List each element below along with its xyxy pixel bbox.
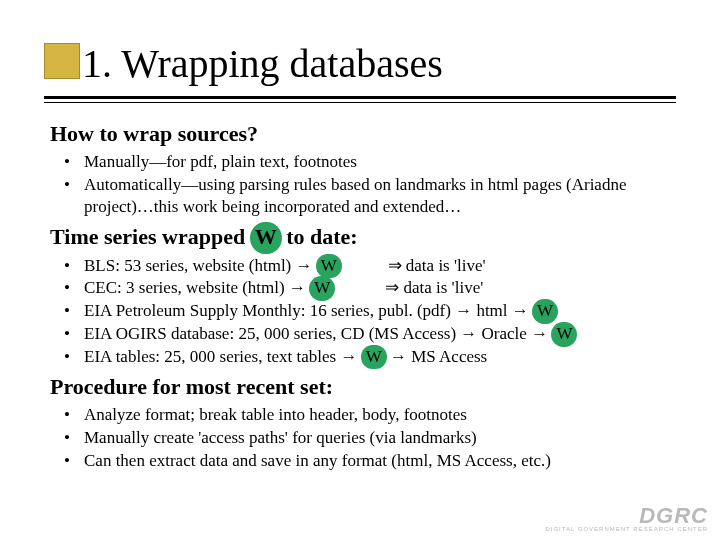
arrow-icon: → (340, 347, 357, 366)
heading-text: Time series wrapped (50, 224, 245, 249)
arrow-icon: → (531, 324, 548, 343)
list-item: BLS: 53 series, website (html) → W ⇒ dat… (84, 255, 682, 277)
double-arrow-icon: ⇒ (385, 278, 399, 297)
section-heading-howto: How to wrap sources? (50, 120, 682, 148)
arrow-icon: → (455, 301, 472, 320)
list-item: Can then extract data and save in any fo… (84, 450, 682, 472)
list-item: EIA OGIRS database: 25, 000 series, CD (… (84, 323, 682, 345)
logo-sub: DIGITAL GOVERNMENT RESEARCH CENTER (545, 526, 708, 532)
wrapper-badge: W (553, 323, 575, 345)
wrapper-badge: W (252, 223, 280, 251)
list-item: Manually—for pdf, plain text, footnotes (84, 151, 682, 173)
text: html (472, 301, 512, 320)
howto-list: Manually—for pdf, plain text, footnotes … (50, 151, 682, 217)
text: EIA Petroleum Supply Monthly: 16 series,… (84, 301, 455, 320)
text: data is 'live' (402, 256, 486, 275)
text: MS Access (407, 347, 487, 366)
wrapper-badge: W (363, 346, 385, 368)
text: BLS: 53 series, website (html) (84, 256, 296, 275)
text: CEC: 3 series, website (html) (84, 278, 289, 297)
accent-square (44, 43, 80, 79)
text: EIA tables: 25, 000 series, text tables (84, 347, 340, 366)
spacer (334, 278, 385, 297)
list-item: Automatically—using parsing rules based … (84, 174, 682, 218)
slide-body: How to wrap sources? Manually—for pdf, p… (50, 116, 682, 478)
double-arrow-icon: ⇒ (388, 256, 402, 275)
list-item: Analyze format; break table into header,… (84, 404, 682, 426)
text: data is 'live' (399, 278, 483, 297)
list-item: EIA tables: 25, 000 series, text tables … (84, 346, 682, 368)
footer-logo: DGRC DIGITAL GOVERNMENT RESEARCH CENTER (545, 503, 708, 532)
arrow-icon: → (460, 324, 477, 343)
arrow-icon: → (512, 301, 529, 320)
section-heading-procedure: Procedure for most recent set: (50, 373, 682, 401)
wrapped-list: BLS: 53 series, website (html) → W ⇒ dat… (50, 255, 682, 368)
procedure-list: Analyze format; break table into header,… (50, 404, 682, 471)
text: Oracle (477, 324, 531, 343)
slide-title: 1. Wrapping databases (82, 40, 443, 87)
list-item: CEC: 3 series, website (html) → W ⇒ data… (84, 277, 682, 299)
heading-text: to date: (281, 224, 358, 249)
spacer (341, 256, 388, 275)
wrapper-badge: W (311, 277, 333, 299)
section-heading-wrapped: Time series wrapped W to date: (50, 223, 682, 251)
arrow-icon: → (289, 278, 306, 297)
list-item: Manually create 'access paths' for queri… (84, 427, 682, 449)
arrow-icon: → (390, 347, 407, 366)
title-rule (44, 96, 676, 103)
list-item: EIA Petroleum Supply Monthly: 16 series,… (84, 300, 682, 322)
text: EIA OGIRS database: 25, 000 series, CD (… (84, 324, 460, 343)
heading-text: Procedure for most recent set: (50, 374, 333, 399)
wrapper-badge: W (318, 255, 340, 277)
wrapper-badge: W (534, 300, 556, 322)
arrow-icon: → (296, 256, 313, 275)
